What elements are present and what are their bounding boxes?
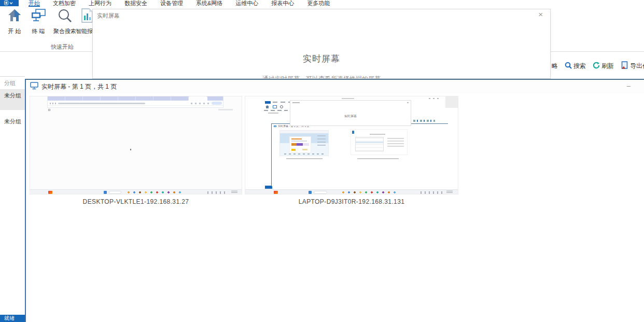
mini-window-title	[342, 98, 354, 99]
menu-item-system-network[interactable]: 系统&网络	[196, 0, 222, 7]
menu-item-data-security[interactable]: 数据安全	[124, 0, 147, 7]
mini-tray-icons	[207, 191, 228, 194]
export-action-label: 导出任务	[630, 62, 644, 71]
mini-browser-address-bar	[48, 101, 223, 106]
mini-group-label	[268, 113, 278, 114]
mini-dialog-caption	[292, 102, 300, 103]
content-toolbar: 略 搜索 刷新 导出任务	[552, 61, 644, 71]
menu-item-ops-center[interactable]: 运维中心	[235, 0, 258, 7]
mini-taskbar-icons	[341, 191, 409, 194]
screen-label-laptop-d9j3it0r: LAPTOP-D9J3IT0R-192.168.31.131	[245, 198, 458, 205]
ribbon-button-label: 智能报	[76, 27, 93, 35]
mini-webpage-card	[289, 136, 311, 153]
mini-magnifier-icon	[280, 105, 283, 108]
realtime-screen-panel: 实时屏幕 - 第 1 页，共 1 页 – DESKTOP-VLKTLE1-192…	[25, 79, 644, 322]
mini-dialog-title: 实时屏幕	[290, 114, 411, 119]
mini-taskbar-icons	[127, 191, 184, 194]
mini-window-controls	[429, 98, 441, 99]
refresh-action[interactable]: 刷新	[593, 62, 614, 71]
mini-ribbon-labels	[264, 110, 288, 111]
screen-thumbnail-laptop-d9j3it0r[interactable]: 实时屏幕 实时屏幕 - 第 1 页，共 1 页	[245, 96, 458, 194]
app-menu-button[interactable]	[0, 0, 19, 6]
realtime-screen-dialog: 实时屏幕 × 实时屏幕 通过实时屏幕，可以查看所选择终端的屏幕	[92, 9, 551, 79]
home-icon	[7, 8, 22, 24]
mini-sub-label-1	[286, 158, 323, 159]
mini-realtime-dialog: 实时屏幕	[290, 100, 411, 126]
report-icon	[81, 8, 93, 25]
ribbon-button-home[interactable]: 开 始	[3, 8, 26, 35]
search-icon	[565, 62, 572, 71]
search-action[interactable]: 搜索	[565, 62, 586, 71]
mini-browser-nav-buttons	[49, 103, 57, 104]
mini-browser-window	[47, 96, 223, 108]
status-text: 就绪	[4, 315, 15, 321]
menu-item-more-features[interactable]: 更多功能	[307, 0, 330, 7]
mini-home-icon	[265, 105, 269, 108]
mini-browser-bookmark-hint	[218, 109, 233, 110]
mini-taskbar	[30, 189, 242, 194]
mini-browser-toolbar-icons	[191, 103, 209, 104]
panel-header: 实时屏幕 - 第 1 页，共 1 页	[26, 80, 644, 93]
mini-app-button	[265, 101, 271, 104]
truncated-action[interactable]: 略	[552, 62, 558, 71]
mini-browser-active-tab	[189, 96, 207, 101]
mini-search-pill	[314, 191, 327, 194]
ribbon-button-label: 开 始	[8, 27, 21, 35]
ribbon-group-label: 快速开始	[21, 43, 104, 51]
terminals-icon	[31, 8, 46, 24]
sidebar-item-ungrouped-2[interactable]: 未分组	[0, 115, 25, 125]
menu-item-device-mgmt[interactable]: 设备管理	[160, 0, 183, 7]
refresh-action-label: 刷新	[601, 62, 614, 71]
mini-realtime-panel: 实时屏幕 - 第 1 页，共 1 页	[271, 123, 448, 186]
status-bar: 就绪	[0, 315, 25, 322]
close-icon[interactable]: ×	[538, 10, 543, 19]
menu-item-doc-encryption[interactable]: 文档加密	[53, 0, 76, 7]
mini-start-button	[309, 191, 312, 194]
mini-browser-url	[58, 103, 145, 104]
mini-close-icon	[407, 102, 409, 103]
minimize-button[interactable]: –	[627, 82, 631, 90]
mini-tray-icons	[421, 191, 443, 194]
mini-monitor-icon	[274, 125, 276, 127]
mini-clock	[446, 191, 453, 194]
mini-terminals-icon	[273, 105, 277, 108]
screen-thumbnail-desktop-vlktle1[interactable]	[30, 96, 242, 194]
menu-bar: 开始 文档加密 上网行为 数据安全 设备管理 系统&网络 运维中心 报表中心 更…	[0, 0, 644, 7]
dialog-title: 实时屏幕	[93, 53, 550, 65]
screen-label-desktop-vlktle1: DESKTOP-VLKTLE1-192.168.31.27	[30, 198, 242, 205]
mini-subscreen-document	[351, 129, 408, 155]
search-action-label: 搜索	[573, 62, 586, 71]
mini-start-button	[104, 191, 107, 194]
mini-taskbar-app-icon	[48, 191, 52, 194]
sidebar-header: 分组	[0, 77, 25, 89]
ribbon-button-label: 聚合搜索	[53, 27, 76, 35]
ribbon-button-terminals[interactable]: 终 端	[27, 8, 50, 35]
menu-items: 开始 文档加密 上网行为 数据安全 设备管理 系统&网络 运维中心 报表中心 更…	[29, 0, 343, 7]
menu-item-home[interactable]: 开始	[29, 0, 40, 7]
mini-taskbar	[245, 189, 458, 194]
ribbon-button-aggregate-search[interactable]: 聚合搜索	[50, 8, 79, 35]
mini-page-icon	[48, 109, 50, 111]
magnifier-icon	[57, 8, 73, 25]
monitor-icon	[30, 82, 38, 91]
export-task-action[interactable]: 导出任务	[621, 61, 644, 71]
group-sidebar: 分组 未分组 未分组	[0, 76, 25, 315]
panel-header-text: 实时屏幕 - 第 1 页，共 1 页	[41, 82, 117, 91]
mini-cursor	[130, 149, 131, 150]
export-icon	[621, 61, 628, 71]
menu-item-web-behavior[interactable]: 上网行为	[89, 0, 111, 7]
mini-search-pill	[109, 191, 121, 194]
refresh-icon	[593, 62, 600, 71]
mini-clock	[231, 191, 237, 194]
sidebar-item-ungrouped-1[interactable]: 未分组	[0, 89, 25, 110]
mini-desktop-gray-area	[445, 96, 458, 108]
dialog-caption: 实时屏幕	[97, 12, 120, 20]
mini-browser-profile-chip	[212, 102, 222, 105]
mini-sub-label-2	[357, 158, 399, 159]
ribbon-button-label: 终 端	[32, 27, 45, 35]
dialog-subtitle: 通过实时屏幕，可以查看所选择终端的屏幕	[93, 75, 550, 79]
mini-taskbar-app-icon	[274, 191, 278, 194]
mini-subscreen-webpage	[279, 130, 329, 156]
menu-item-report-center[interactable]: 报表中心	[271, 0, 294, 7]
app-icon	[0, 1, 19, 6]
